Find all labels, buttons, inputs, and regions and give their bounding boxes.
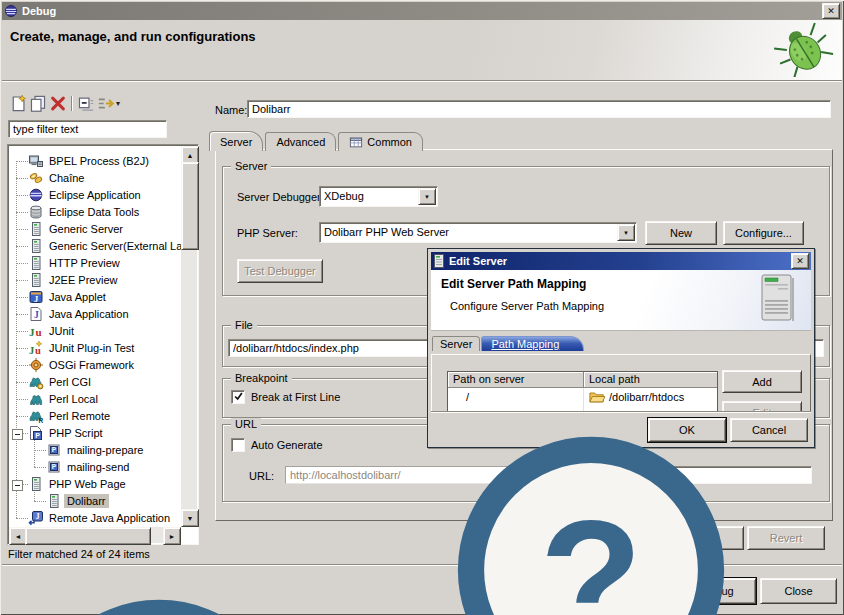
new-server-button[interactable]: New xyxy=(645,221,717,245)
help-button[interactable]: ? xyxy=(9,583,309,615)
tree-item-php-web-page[interactable]: PHP Web Page xyxy=(9,476,181,493)
bpel-icon xyxy=(28,153,44,169)
java-applet-icon: J xyxy=(28,289,44,305)
url-label: URL: xyxy=(249,470,274,482)
revert-button[interactable]: Revert xyxy=(747,526,825,550)
edit-server-tabs: Server Path Mapping xyxy=(432,336,585,351)
tree-item-java-application[interactable]: JJava Application xyxy=(9,306,181,323)
col-local-path[interactable]: Local path xyxy=(584,372,717,388)
server-icon xyxy=(28,272,44,288)
tree-connector xyxy=(34,467,46,468)
tree-item-bpel-process-b2j[interactable]: BPEL Process (B2J) xyxy=(9,153,181,170)
hscroll-thumb[interactable] xyxy=(25,527,151,545)
server-icon xyxy=(28,255,44,271)
configure-server-button[interactable]: Configure... xyxy=(723,221,804,245)
server-icon xyxy=(28,476,44,492)
test-debugger-button[interactable]: Test Debugger xyxy=(237,259,323,283)
scroll-down-button[interactable]: ▼ xyxy=(181,509,199,527)
scroll-right-button[interactable]: ► xyxy=(163,527,181,545)
svg-text:J: J xyxy=(34,310,39,320)
filter-input-text: type filter text xyxy=(13,123,163,135)
add-mapping-button[interactable]: Add xyxy=(722,370,802,393)
tree-item-generic-server[interactable]: Generic Server xyxy=(9,221,181,238)
tree-item-label: Eclipse Application xyxy=(46,188,144,202)
tree-item-junit[interactable]: JuJUnit xyxy=(9,323,181,340)
cancel-button[interactable]: Cancel xyxy=(730,418,808,442)
filter-button[interactable] xyxy=(96,94,116,113)
tree-item-perl-cgi[interactable]: Perl CGI xyxy=(9,374,181,391)
tree-item-eclipse-data-tools[interactable]: Eclipse Data Tools xyxy=(9,204,181,221)
tree-hscrollbar[interactable]: ◄ ► xyxy=(9,527,181,543)
filter-menu-caret-icon[interactable]: ▾ xyxy=(116,99,120,108)
new-configuration-button[interactable] xyxy=(8,94,28,113)
path-mapping-row[interactable]: //dolibarr/htdocs xyxy=(448,388,717,405)
tree-item-generic-server-external-la[interactable]: Generic Server(External La xyxy=(9,238,181,255)
tree-item-label: PHP Web Page xyxy=(46,477,129,491)
break-first-line-label: Break at First Line xyxy=(251,391,340,403)
tree-item-osgi-framework[interactable]: OSGi Framework xyxy=(9,357,181,374)
tree-item-eclipse-application[interactable]: Eclipse Application xyxy=(9,187,181,204)
col-path-on-server[interactable]: Path on server xyxy=(448,372,584,388)
config-tree[interactable]: BPEL Process (B2J)ChaîneEclipse Applicat… xyxy=(7,144,199,545)
filter-input[interactable]: type filter text xyxy=(8,120,167,138)
database-icon xyxy=(28,204,44,220)
close-button[interactable]: Close xyxy=(760,578,837,604)
tab-server[interactable]: Server xyxy=(209,131,263,151)
dialog-tab-path-mapping[interactable]: Path Mapping xyxy=(481,336,584,351)
tree-item-label: Perl Local xyxy=(46,392,101,406)
junit-plugin-icon: Ju xyxy=(28,340,44,356)
server-debugger-select[interactable]: XDebug ▼ xyxy=(319,186,438,207)
php-server-select[interactable]: Dolibarr PHP Web Server ▼ xyxy=(319,222,637,243)
tree-item-java-applet[interactable]: JJava Applet xyxy=(9,289,181,306)
dialog-tab-path-mapping-label: Path Mapping xyxy=(491,338,559,350)
edit-server-title: Edit Server xyxy=(449,255,791,267)
tree-item-j2ee-preview[interactable]: J2EE Preview xyxy=(9,272,181,289)
checkmark-icon xyxy=(233,391,244,402)
tree-connector xyxy=(16,314,28,315)
tree-item-perl-local[interactable]: Perl Local xyxy=(9,391,181,408)
tree-item-dolibarr[interactable]: Dolibarr xyxy=(9,493,181,510)
tree-item-perl-remote[interactable]: RPerl Remote xyxy=(9,408,181,425)
edit-server-close-button[interactable]: ✕ xyxy=(791,253,809,269)
tree-item-label: mailing-prepare xyxy=(64,443,146,457)
tree-item-remote-java-application[interactable]: JRemote Java Application xyxy=(9,510,181,527)
collapse-expander-icon[interactable] xyxy=(12,429,23,440)
dialog-tab-server[interactable]: Server xyxy=(432,336,480,351)
duplicate-configuration-button[interactable] xyxy=(28,94,48,113)
collapse-all-button[interactable] xyxy=(76,94,96,113)
tab-advanced[interactable]: Advanced xyxy=(265,132,336,151)
combo-arrow-icon[interactable]: ▼ xyxy=(418,188,436,205)
auto-generate-label: Auto Generate xyxy=(251,439,323,451)
tree-connector xyxy=(16,195,28,196)
edit-server-heading: Edit Server Path Mapping xyxy=(441,277,586,291)
name-input[interactable]: Dolibarr xyxy=(247,100,831,118)
tree-item-php-script[interactable]: PPHP Script xyxy=(9,425,181,442)
vscroll-thumb[interactable] xyxy=(181,162,199,250)
edit-server-banner: Edit Server Path Mapping Configure Serve… xyxy=(431,270,811,331)
tree-item-mailing-send[interactable]: Pmailing-send xyxy=(9,459,181,476)
ok-button[interactable]: OK xyxy=(648,418,726,442)
tree-connector xyxy=(16,229,28,230)
tree-item-label: Dolibarr xyxy=(64,494,109,508)
file-group-title: File xyxy=(231,319,257,331)
name-label: Name: xyxy=(215,104,247,116)
tab-common[interactable]: Common xyxy=(338,132,423,151)
tree-item-cha-ne[interactable]: Chaîne xyxy=(9,170,181,187)
tree-vscrollbar[interactable]: ▲ ▼ xyxy=(181,146,197,527)
window-close-button[interactable]: ✕ xyxy=(822,3,840,19)
tree-item-junit-plug-in-test[interactable]: JuJUnit Plug-in Test xyxy=(9,340,181,357)
junit-icon: Ju xyxy=(28,323,44,339)
combo-arrow-icon[interactable]: ▼ xyxy=(617,224,635,241)
tree-item-mailing-prepare[interactable]: Pmailing-prepare xyxy=(9,442,181,459)
breakpoint-group-title: Breakpoint xyxy=(231,372,292,384)
cell-path-on-server: / xyxy=(448,388,584,405)
tree-item-http-preview[interactable]: HTTP Preview xyxy=(9,255,181,272)
delete-configuration-button[interactable] xyxy=(48,94,68,113)
collapse-expander-icon[interactable] xyxy=(12,480,23,491)
tree-item-label: Chaîne xyxy=(46,171,87,185)
break-first-line-checkbox[interactable] xyxy=(231,390,245,404)
tree-item-label: Remote Java Application xyxy=(46,511,173,525)
dialog-help-button[interactable]: ? xyxy=(441,420,741,615)
auto-generate-checkbox[interactable] xyxy=(231,438,245,452)
tree-connector xyxy=(16,331,28,332)
